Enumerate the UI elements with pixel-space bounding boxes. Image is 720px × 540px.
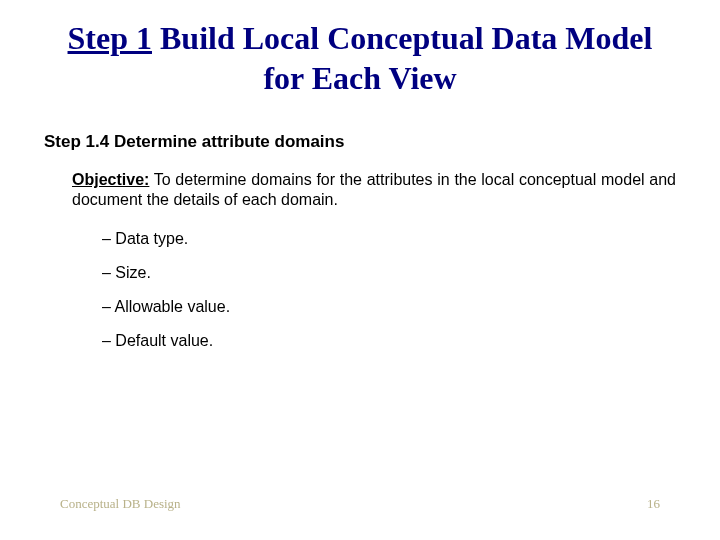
slide-footer: Conceptual DB Design 16: [60, 496, 660, 512]
slide-title-underlined: Step 1: [68, 20, 152, 56]
list-item: Size.: [102, 264, 676, 282]
footer-page-number: 16: [647, 496, 660, 512]
objective-text: To determine domains for the attributes …: [72, 171, 676, 208]
objective-label: Objective:: [72, 171, 149, 188]
bullet-list: Data type. Size. Allowable value. Defaul…: [102, 230, 676, 350]
list-item: Data type.: [102, 230, 676, 248]
section-heading: Step 1.4 Determine attribute domains: [44, 132, 676, 152]
list-item: Allowable value.: [102, 298, 676, 316]
slide-title: Step 1 Build Local Conceptual Data Model…: [44, 18, 676, 98]
objective-paragraph: Objective: To determine domains for the …: [72, 170, 676, 210]
list-item: Default value.: [102, 332, 676, 350]
footer-left: Conceptual DB Design: [60, 496, 181, 512]
slide-title-rest: Build Local Conceptual Data Model for Ea…: [152, 20, 652, 96]
